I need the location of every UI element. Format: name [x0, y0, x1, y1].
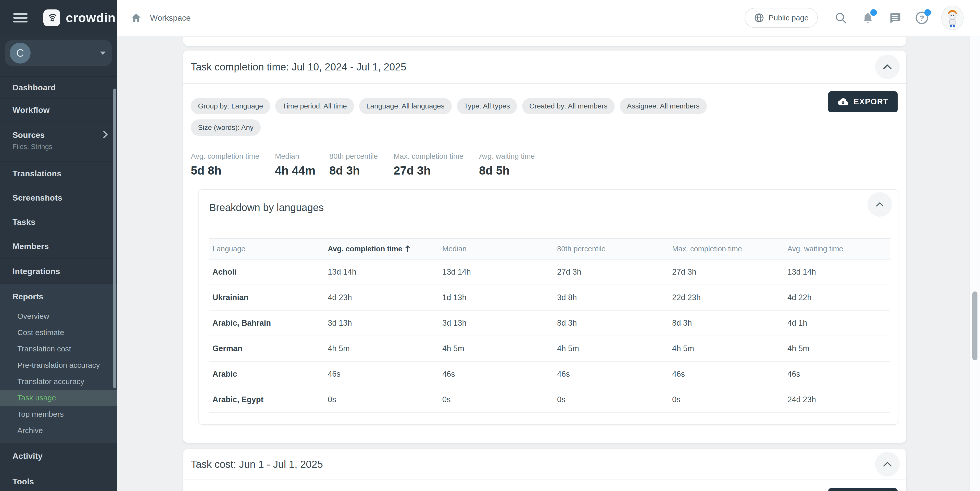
sidebar-item-integrations[interactable]: Integrations: [0, 259, 117, 284]
sidebar-item-translations[interactable]: Translations: [0, 161, 117, 186]
filter-chip[interactable]: Type: All types: [457, 98, 517, 114]
cell-max-completion: 0s: [669, 395, 784, 404]
bell-notification-dot: [870, 9, 877, 16]
filter-chip[interactable]: Time period: All time: [275, 98, 354, 114]
filter-chip[interactable]: Created by: All members: [522, 98, 615, 114]
cell-language: German: [209, 344, 325, 353]
cell-max-completion: 27d 3h: [669, 268, 784, 277]
sidebar-item-tools[interactable]: Tools: [0, 469, 117, 491]
task-completion-title: Task completion time: Jul 10, 2024 - Jul…: [191, 61, 406, 73]
crowdin-logo[interactable]: crowdin: [43, 10, 116, 26]
stat-80th-percentile: 80th percentile 8d 3h: [329, 152, 394, 177]
cell-median: 3d 13h: [439, 319, 554, 328]
breakdown-table: Language Avg. completion time Median 80t…: [209, 238, 890, 413]
home-icon[interactable]: [130, 12, 142, 24]
topbar: crowdin Workspace Public page: [0, 0, 980, 36]
sidebar-item-translator-accuracy[interactable]: Translator accuracy: [0, 373, 117, 390]
bell-icon[interactable]: [860, 10, 875, 26]
column-header-language[interactable]: Language: [209, 245, 325, 253]
stat-median: Median 4h 44m: [275, 152, 329, 177]
cell-80th: 8d 3h: [554, 319, 669, 328]
table-row: German 4h 5m 4h 5m 4h 5m 4h 5m 4h 5m: [209, 336, 890, 362]
page-scrollbar-thumb[interactable]: [972, 292, 977, 360]
sidebar-item-cost-estimate[interactable]: Cost estimate: [0, 324, 117, 341]
cell-avg-waiting: 24d 23h: [784, 395, 890, 404]
cell-max-completion: 22d 23h: [669, 293, 784, 302]
page-scrollbar-track[interactable]: [969, 36, 980, 491]
sidebar-item-reports[interactable]: Reports: [0, 289, 117, 304]
cell-language: Arabic, Egypt: [209, 395, 325, 404]
cell-80th: 3d 8h: [554, 293, 669, 302]
stat-avg-completion: Avg. completion time 5d 8h: [191, 152, 275, 177]
cell-avg-completion: 4h 5m: [325, 344, 439, 353]
collapsed-card-remnant: [183, 37, 906, 46]
column-header-avg-waiting[interactable]: Avg. waiting time: [784, 245, 890, 253]
sidebar-item-activity[interactable]: Activity: [0, 443, 117, 469]
table-row: Arabic, Egypt 0s 0s 0s 0s 24d 23h: [209, 387, 890, 413]
cell-avg-waiting: 4d 22h: [784, 293, 890, 302]
sidebar-item-pre-translation-accuracy[interactable]: Pre-translation accuracy: [0, 357, 117, 373]
column-header-80th[interactable]: 80th percentile: [554, 245, 669, 253]
cell-language: Arabic: [209, 370, 325, 379]
filter-chip[interactable]: Language: All languages: [359, 98, 452, 114]
sidebar-item-dashboard[interactable]: Dashboard: [0, 77, 117, 99]
sidebar-item-task-usage[interactable]: Task usage: [0, 390, 117, 406]
user-avatar[interactable]: [941, 6, 964, 30]
sidebar: C Dashboard Workflow Sources Files, Stri…: [0, 36, 117, 491]
sidebar-item-screenshots[interactable]: Screenshots: [0, 186, 117, 210]
export-button[interactable]: EXPORT: [828, 488, 897, 491]
breadcrumb-workspace-link[interactable]: Workspace: [150, 13, 191, 23]
collapse-task-completion-button[interactable]: [875, 54, 900, 79]
sidebar-item-workflow[interactable]: Workflow: [0, 99, 117, 121]
breakdown-header: Breakdown by languages: [199, 190, 898, 238]
table-body: Acholi 13d 14h 13d 14h 27d 3h 27d 3h 13d…: [209, 260, 890, 413]
filter-chip[interactable]: Assignee: All members: [620, 98, 707, 114]
project-selector-block: C: [0, 36, 117, 77]
sidebar-item-translation-cost[interactable]: Translation cost: [0, 341, 117, 357]
cell-avg-completion: 0s: [325, 395, 439, 404]
stat-max-completion: Max. completion time 27d 3h: [394, 152, 479, 177]
svg-text:?: ?: [920, 14, 924, 22]
cell-median: 1d 13h: [439, 293, 554, 302]
sidebar-item-sources[interactable]: Sources Files, Strings: [0, 121, 117, 161]
cell-max-completion: 46s: [669, 370, 784, 379]
filter-chip[interactable]: Size (words): Any: [191, 120, 261, 136]
table-row: Arabic 46s 46s 46s 46s 46s: [209, 362, 890, 387]
project-selector[interactable]: C: [5, 40, 112, 66]
sidebar-item-top-members[interactable]: Top members: [0, 406, 117, 422]
menu-icon[interactable]: [13, 11, 27, 25]
filter-chip[interactable]: Group by: Language: [191, 98, 270, 114]
sidebar-item-members[interactable]: Members: [0, 234, 117, 258]
chevron-right-icon: [103, 130, 108, 140]
public-page-button[interactable]: Public page: [745, 8, 818, 28]
sidebar-scrollbar[interactable]: [113, 89, 116, 388]
sidebar-item-overview[interactable]: Overview: [0, 308, 117, 324]
column-header-avg-completion[interactable]: Avg. completion time: [325, 245, 439, 253]
breakdown-card: Breakdown by languages Language Avg. com…: [199, 189, 898, 425]
collapse-task-cost-button[interactable]: [875, 452, 900, 477]
cell-median: 4h 5m: [439, 344, 554, 353]
collapse-breakdown-button[interactable]: [867, 192, 892, 217]
cell-language: Acholi: [209, 268, 325, 277]
task-completion-card: Task completion time: Jul 10, 2024 - Jul…: [183, 51, 906, 443]
table-row: Ukrainian 4d 23h 1d 13h 3d 8h 22d 23h 4d…: [209, 285, 890, 311]
help-icon[interactable]: ?: [914, 10, 929, 26]
search-icon[interactable]: [833, 10, 848, 26]
filter-chips: Group by: LanguageTime period: All timeL…: [191, 98, 778, 136]
sidebar-item-tasks[interactable]: Tasks: [0, 210, 117, 234]
topbar-actions: Public page ?: [745, 6, 964, 30]
public-page-label: Public page: [768, 14, 808, 22]
cell-avg-waiting: 4h 5m: [784, 344, 890, 353]
cell-avg-completion: 46s: [325, 370, 439, 379]
cell-max-completion: 4h 5m: [669, 344, 784, 353]
topbar-brand-area: crowdin: [0, 0, 117, 36]
cell-median: 13d 14h: [439, 268, 554, 277]
sidebar-item-archive[interactable]: Archive: [0, 422, 117, 439]
task-cost-card: Task cost: Jun 1 - Jul 1, 2025 EXPORT Gr…: [183, 449, 906, 491]
column-header-max-completion[interactable]: Max. completion time: [669, 245, 784, 253]
chevron-down-icon: [100, 51, 106, 55]
project-avatar: C: [10, 43, 30, 64]
column-header-median[interactable]: Median: [439, 245, 554, 253]
sources-sublabel: Files, Strings: [13, 143, 108, 151]
messages-icon[interactable]: [887, 10, 902, 26]
